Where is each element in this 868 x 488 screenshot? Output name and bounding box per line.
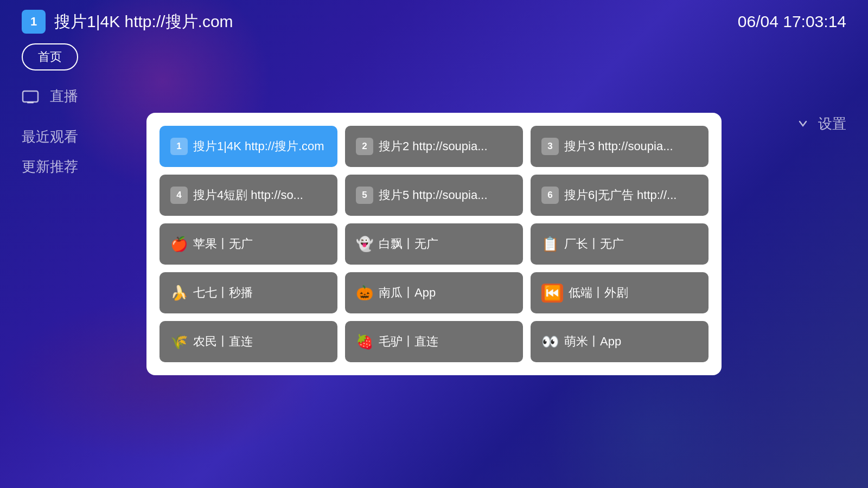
source-button-15[interactable]: 👀 萌米丨App [531,321,709,362]
source-label-4: 搜片4短剧 http://so... [193,187,303,203]
source-emoji-11: 🎃 [356,285,373,301]
source-button-12[interactable]: ⏮️ 低端丨外剧 [531,272,709,313]
source-label-14: 毛驴丨直连 [379,333,438,350]
source-badge-5: 5 [356,187,373,204]
source-emoji-8: 👻 [356,236,373,253]
source-label-7: 苹果丨无广 [193,236,253,252]
source-button-11[interactable]: 🎃 南瓜丨App [345,272,523,313]
source-label-2: 搜片2 http://soupia... [379,138,488,155]
source-selection-dialog: 1 搜片1|4K http://搜片.com 2 搜片2 http://soup… [146,113,722,375]
source-button-10[interactable]: 🍌 七七丨秒播 [159,272,337,313]
source-label-15: 萌米丨App [564,333,621,350]
source-badge-4: 4 [170,187,188,204]
source-emoji-13: 🌾 [170,333,188,350]
source-button-4[interactable]: 4 搜片4短剧 http://so... [159,175,337,216]
source-label-11: 南瓜丨App [379,285,436,301]
source-label-5: 搜片5 http://soupia... [379,187,488,203]
source-label-3: 搜片3 http://soupia... [564,138,673,155]
source-label-1: 搜片1|4K http://搜片.com [193,138,324,155]
source-emoji-7: 🍎 [170,236,188,253]
source-badge-1: 1 [170,138,188,155]
source-button-6[interactable]: 6 搜片6|无广告 http://... [531,175,709,216]
source-emoji-15: 👀 [541,333,559,350]
source-emoji-10: 🍌 [170,285,188,301]
source-label-10: 七七丨秒播 [193,285,253,301]
source-emoji-9: 📋 [541,236,559,253]
source-label-12: 低端丨外剧 [569,285,628,301]
source-label-6: 搜片6|无广告 http://... [564,187,676,203]
source-button-8[interactable]: 👻 白飘丨无广 [345,223,523,265]
source-button-3[interactable]: 3 搜片3 http://soupia... [531,126,709,167]
source-button-7[interactable]: 🍎 苹果丨无广 [159,223,337,265]
source-badge-2: 2 [356,138,373,155]
source-badge-3: 3 [541,138,559,155]
source-badge-6: 6 [541,187,559,204]
source-label-8: 白飘丨无广 [379,236,438,252]
source-button-5[interactable]: 5 搜片5 http://soupia... [345,175,523,216]
source-button-1[interactable]: 1 搜片1|4K http://搜片.com [159,126,337,167]
source-label-13: 农民丨直连 [193,333,253,350]
source-emoji-14: 🍓 [356,333,373,350]
source-label-9: 厂长丨无广 [564,236,624,252]
source-button-9[interactable]: 📋 厂长丨无广 [531,223,709,265]
source-button-13[interactable]: 🌾 农民丨直连 [159,321,337,362]
source-button-14[interactable]: 🍓 毛驴丨直连 [345,321,523,362]
source-emoji-12: ⏮️ [541,284,563,303]
modal-overlay: 1 搜片1|4K http://搜片.com 2 搜片2 http://soup… [0,0,868,488]
source-button-2[interactable]: 2 搜片2 http://soupia... [345,126,523,167]
